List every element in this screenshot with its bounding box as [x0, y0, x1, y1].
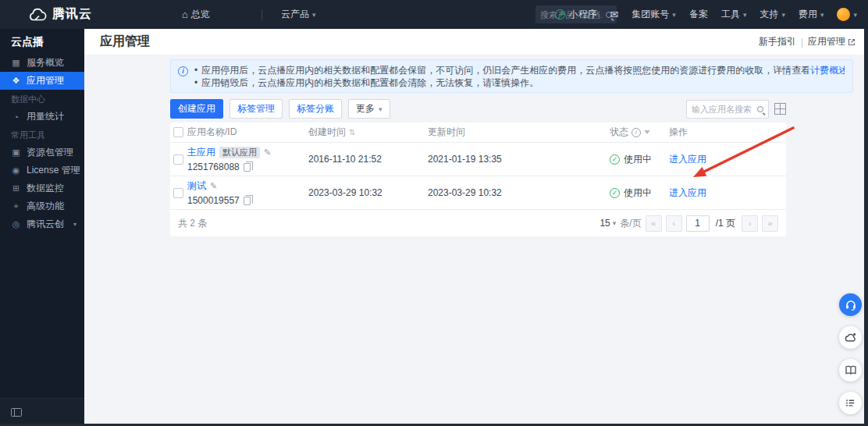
page-total-label: /1 页	[716, 217, 735, 230]
advanced-icon: ⌖	[11, 201, 21, 211]
billing-menu[interactable]: 费用 ▾	[799, 0, 824, 29]
license-icon: ◉	[11, 165, 21, 176]
row-checkbox[interactable]	[173, 188, 183, 198]
select-all-checkbox[interactable]	[173, 127, 183, 137]
sidebar-section-common-tools: 常用工具	[0, 126, 84, 144]
first-page-button[interactable]: «	[646, 215, 662, 232]
external-link-icon	[848, 38, 856, 46]
info-icon: i	[178, 66, 188, 76]
copy-icon[interactable]	[244, 197, 251, 205]
updated-time: 2021-01-19 13:35	[428, 154, 610, 165]
book-icon	[845, 364, 857, 377]
sidebar-item-resource-pack[interactable]: ▣ 资源包管理	[0, 144, 84, 162]
cloud-create-icon: ◎	[11, 219, 21, 229]
edit-icon[interactable]: ✎	[210, 181, 217, 191]
default-app-badge: 默认应用	[219, 147, 260, 158]
app-search-box	[686, 100, 769, 119]
col-action: 操作	[669, 126, 778, 139]
sidebar-item-cloud-create[interactable]: ◎ 腾讯云创 ▾	[0, 215, 84, 233]
collapse-sidebar-icon[interactable]	[11, 408, 22, 417]
app-table: 应用名称/ID 创建时间 ⇅ 更新时间 状态 i 操作 主应用	[170, 122, 786, 236]
enter-app-link[interactable]: 进入应用	[669, 153, 778, 166]
info-banner: i •应用停用后，云点播应用内的相关数据和配置都会保留，不可访问，仍旧会产生相应…	[170, 59, 853, 93]
more-button[interactable]: 更多 ▾	[348, 99, 390, 119]
sidebar-item-usage-stats[interactable]: ◔ 用量统计	[0, 108, 84, 126]
guide-link[interactable]: 新手指引	[759, 35, 796, 48]
card-view-toggle-icon[interactable]	[774, 103, 786, 115]
sidebar-item-data-monitor[interactable]: ⊞ 数据监控	[0, 179, 84, 197]
mini-program-menu[interactable]: 小程序	[555, 0, 596, 29]
table-row: 测试 ✎ 1500019557 2023-03-29 10:32 2023-03…	[170, 176, 786, 210]
edit-icon[interactable]: ✎	[264, 147, 271, 158]
check-circle-icon: ✓	[610, 188, 620, 198]
feedback-button[interactable]	[839, 326, 862, 349]
page-number-input[interactable]	[686, 215, 710, 232]
check-circle-icon: ✓	[610, 154, 620, 165]
chevron-down-icon: ▾	[613, 219, 617, 227]
created-time: 2016-11-10 21:52	[308, 154, 428, 165]
floating-toolbar	[839, 293, 862, 414]
chevron-down-icon: ▾	[820, 11, 824, 19]
survey-button[interactable]	[839, 392, 862, 414]
row-checkbox[interactable]	[173, 154, 183, 165]
sidebar-item-app-management[interactable]: ❖ 应用管理	[0, 72, 84, 90]
app-search-input[interactable]	[692, 105, 754, 114]
status-info-icon[interactable]: i	[631, 128, 641, 137]
copy-icon[interactable]	[244, 163, 251, 172]
next-page-button[interactable]: ›	[742, 215, 758, 232]
create-app-button[interactable]: 创建应用	[170, 99, 223, 119]
billing-overview-link[interactable]: 计费概述	[810, 65, 845, 76]
sidebar-section-data-center: 数据中心	[0, 90, 84, 108]
headset-icon	[845, 299, 857, 311]
nav-cloud-products[interactable]: 云产品 ▾	[281, 0, 316, 29]
customer-service-button[interactable]	[839, 293, 862, 316]
topbar: 腾讯云 ⌂ 总览 云产品 ▾ 小程序 ✉ 集团账号 ▾ 备案	[0, 0, 868, 29]
chevron-down-icon: ▾	[672, 11, 676, 19]
app-name-link[interactable]: 主应用	[187, 146, 215, 159]
enter-app-link[interactable]: 进入应用	[669, 186, 778, 200]
tag-manage-button[interactable]: 标签管理	[229, 99, 283, 119]
last-page-button[interactable]: »	[762, 215, 778, 232]
layers-icon: ❖	[11, 76, 21, 86]
product-title: 云点播	[0, 29, 84, 54]
page-header-links: 新手指引 | 应用管理	[759, 35, 856, 48]
prev-page-button[interactable]: ‹	[666, 215, 682, 232]
sidebar-item-advanced[interactable]: ⌖ 高级功能	[0, 197, 84, 215]
col-status: 状态 i	[610, 126, 669, 139]
sidebar-item-service-overview[interactable]: ▦ 服务概览	[0, 54, 84, 72]
link-divider: |	[801, 37, 803, 48]
updated-time: 2023-03-29 10:32	[428, 187, 610, 198]
beian-menu[interactable]: 备案	[689, 8, 708, 21]
app-name-link[interactable]: 测试	[187, 179, 206, 193]
mini-program-icon	[555, 9, 565, 20]
toolbar-search-area	[686, 99, 786, 119]
status-badge: ✓ 使用中	[610, 186, 669, 200]
tools-menu[interactable]: 工具 ▾	[721, 0, 747, 29]
chevron-down-icon: ▾	[781, 11, 785, 19]
total-count: 共 2 条	[178, 217, 207, 230]
sidebar: 云点播 ▦ 服务概览 ❖ 应用管理 数据中心 ◔ 用量统计 常用工具 ▣ 资源包…	[0, 29, 84, 426]
app-management-doc-link[interactable]: 应用管理	[808, 35, 856, 48]
nav-overview[interactable]: ⌂ 总览	[182, 0, 210, 29]
package-icon: ▣	[11, 147, 21, 158]
mail-icon[interactable]: ✉	[610, 9, 618, 20]
topbar-right-menu: 小程序 ✉ 集团账号 ▾ 备案 工具 ▾ 支持 ▾ 费用 ▾ ▾	[555, 0, 857, 29]
search-icon[interactable]	[757, 106, 763, 112]
tag-split-button[interactable]: 标签分账	[289, 99, 342, 119]
table-header-row: 应用名称/ID 创建时间 ⇅ 更新时间 状态 i 操作	[170, 122, 786, 143]
table-footer: 共 2 条 15 ▾ 条/页 « ‹ /1 页 › »	[170, 210, 786, 236]
per-page-label: 条/页	[620, 217, 641, 230]
sort-icon[interactable]: ⇅	[349, 128, 355, 137]
group-account-menu[interactable]: 集团账号 ▾	[631, 0, 676, 29]
app-id: 1251768088	[187, 162, 240, 172]
grid-icon: ▦	[11, 58, 21, 68]
account-menu[interactable]: ▾	[837, 0, 857, 29]
filter-icon[interactable]	[644, 130, 650, 134]
sidebar-item-license[interactable]: ◉ License 管理 ▾	[0, 162, 84, 179]
page-title: 应用管理	[100, 34, 150, 50]
toolbar: 创建应用 标签管理 标签分账 更多 ▾	[170, 99, 390, 119]
documentation-button[interactable]	[839, 359, 862, 382]
support-menu[interactable]: 支持 ▾	[760, 0, 785, 29]
tencent-cloud-logo[interactable]: 腾讯云	[28, 0, 92, 29]
page-size-select[interactable]: 15 ▾	[599, 218, 616, 229]
